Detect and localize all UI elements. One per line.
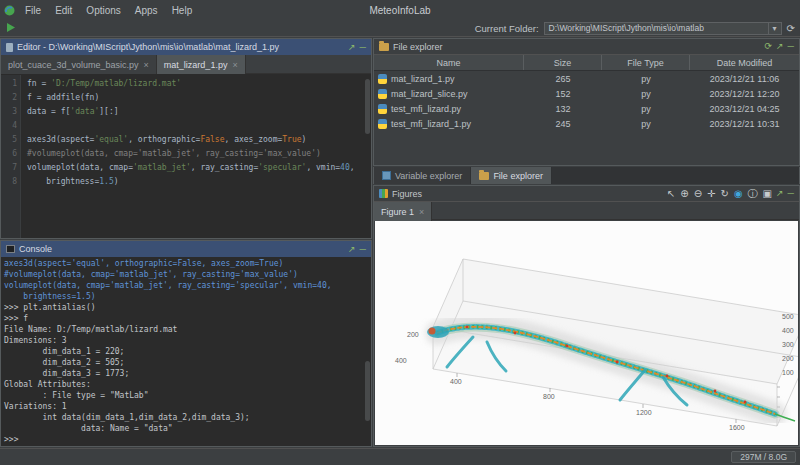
code-editor[interactable]: fn = 'D:/Temp/matlab/lizard.mat'f = addf… — [21, 75, 371, 238]
file-size-cell: 245 — [524, 118, 602, 130]
minimize-icon[interactable]: ─ — [788, 189, 794, 198]
run-script-icon[interactable] — [5, 19, 16, 37]
close-icon[interactable]: × — [144, 60, 149, 70]
current-folder-group: Current Folder: D:\Working\MIScript\Jyth… — [475, 22, 795, 35]
console-line: Global Attributes: — [4, 379, 368, 390]
zoom-out-icon[interactable]: ⊖ — [694, 188, 702, 199]
editor-tab-bar: plot_cuace_3d_volume_basic.py×mat_lizard… — [1, 55, 371, 74]
figure-tab[interactable]: Figure 1 × — [374, 202, 432, 221]
current-folder-combobox[interactable]: D:\Working\MIScript\Jython\mis\io\matlab… — [544, 22, 782, 35]
console-line: brightness=1.5) — [4, 291, 368, 302]
code-line: fn = 'D:/Temp/matlab/lizard.mat' — [27, 77, 371, 91]
file-date-cell: 2023/12/21 04:25 — [690, 103, 799, 115]
console-line: dim_data_3 = 1773; — [4, 368, 368, 379]
file-row[interactable]: test_mfi_lizard.py132py2023/12/21 04:25 — [374, 101, 799, 116]
refresh-icon[interactable]: ⟳ — [787, 23, 795, 34]
status-bar: 297M / 8.0G — [0, 448, 800, 465]
file-explorer-title: File explorer — [393, 42, 443, 52]
file-table-header: NameSizeFile TypeDate Modified — [374, 55, 799, 71]
float-icon[interactable]: ↗ — [776, 189, 784, 198]
file-size-cell: 265 — [524, 73, 602, 85]
minimize-icon[interactable]: ─ — [360, 245, 366, 254]
cursor-icon[interactable]: ↖ — [667, 188, 675, 199]
float-icon[interactable]: ↗ — [776, 42, 784, 51]
globe-icon[interactable]: ◉ — [734, 188, 743, 199]
figure-tab-label: Figure 1 — [381, 207, 414, 217]
editor-tab[interactable]: plot_cuace_3d_volume_basic.py× — [1, 55, 157, 74]
file-date-cell: 2023/12/21 12:20 — [690, 88, 799, 100]
pan-icon[interactable]: ✛ — [707, 188, 715, 199]
tab-file-explorer[interactable]: File explorer — [471, 167, 552, 184]
file-row[interactable]: mat_lizard_1.py265py2023/12/21 11:06 — [374, 71, 799, 86]
line-number: 1 — [1, 77, 17, 91]
column-header-name[interactable]: Name — [374, 55, 524, 70]
console-scrollbar[interactable] — [365, 361, 370, 421]
file-row[interactable]: test_mfi_lizard_1.py245py2023/12/21 10:3… — [374, 116, 799, 131]
file-type-cell: py — [602, 103, 690, 115]
menu-options[interactable]: Options — [79, 5, 127, 16]
zoom-in-icon[interactable]: ⊕ — [680, 188, 688, 199]
close-icon[interactable]: × — [232, 60, 237, 70]
code-line: f = addfile(fn) — [27, 91, 371, 105]
console-line: >>> — [4, 434, 368, 445]
editor-scrollbar[interactable] — [365, 79, 370, 134]
variable-explorer-icon — [382, 171, 391, 180]
console-panel-title: Console — [19, 244, 52, 254]
identify-icon[interactable]: ⓘ — [748, 188, 758, 199]
minimize-icon[interactable]: ─ — [360, 43, 366, 52]
axis-tick-label: 100 — [782, 369, 794, 376]
menu-help[interactable]: Help — [165, 5, 200, 16]
code-line: brightness=1.5) — [27, 175, 371, 189]
console-line: volumeplot(data, cmap='matlab_jet', ray_… — [4, 280, 368, 291]
console-line: Dimensions: 3 — [4, 335, 368, 346]
minimize-icon[interactable]: ─ — [788, 42, 794, 51]
float-icon[interactable]: ↗ — [348, 245, 356, 254]
line-number: 2 — [1, 91, 17, 105]
editor-tab[interactable]: mat_lizard_1.py× — [157, 55, 246, 74]
line-number: 4 — [1, 119, 17, 133]
column-header-date-modified[interactable]: Date Modified — [690, 55, 799, 70]
rotate-icon[interactable]: ↻ — [720, 188, 728, 199]
menu-apps[interactable]: Apps — [128, 5, 165, 16]
app-logo-icon — [4, 5, 15, 16]
file-type-cell: py — [602, 73, 690, 85]
console-line: dim_data_1 = 220; — [4, 346, 368, 357]
editor-panel: Editor - D:\Working\MIScript\Jython\mis\… — [0, 38, 372, 239]
editor-body: 12345678 fn = 'D:/Temp/matlab/lizard.mat… — [1, 75, 371, 238]
memory-indicator[interactable]: 297M / 8.0G — [731, 451, 796, 463]
editor-panel-title: Editor - D:\Working\MIScript\Jython\mis\… — [17, 42, 279, 52]
float-icon[interactable]: ↗ — [348, 43, 356, 52]
tab-label: mat_lizard_1.py — [164, 60, 228, 70]
column-header-file-type[interactable]: File Type — [602, 55, 690, 70]
line-number: 8 — [1, 175, 17, 189]
python-file-icon — [378, 104, 387, 114]
tab-variable-explorer[interactable]: Variable explorer — [374, 167, 471, 184]
chevron-down-icon[interactable]: ▾ — [768, 23, 781, 34]
axis-tick-label: 400 — [395, 357, 407, 364]
console-output[interactable]: axes3d(aspect='equal', orthographic=Fals… — [1, 257, 371, 446]
file-row[interactable]: mat_lizard_slice.py152py2023/12/21 12:20 — [374, 86, 799, 101]
axis-tick-label: 400 — [782, 327, 794, 334]
menu-file[interactable]: File — [18, 5, 48, 16]
refresh-icon[interactable]: ⟳ — [765, 42, 773, 51]
close-icon[interactable]: × — [419, 207, 424, 217]
figure-tab-bar: Figure 1 × — [374, 202, 799, 220]
file-explorer-icon — [479, 172, 489, 180]
python-file-icon — [378, 89, 387, 99]
menu-edit[interactable]: Edit — [48, 5, 79, 16]
console-line: axes3d(aspect='equal', orthographic=Fals… — [4, 258, 368, 269]
console-panel-header: Console ↗ ─ — [1, 241, 371, 257]
editor-gutter: 12345678 — [1, 75, 21, 238]
axis-tick-label: 400 — [450, 378, 462, 385]
file-date-cell: 2023/12/21 11:06 — [690, 73, 799, 85]
file-name-cell: test_mfi_lizard_1.py — [374, 118, 524, 130]
full-extent-icon[interactable]: ▣ — [763, 188, 772, 199]
volume-plot-3d — [375, 221, 798, 445]
axis-tick-label: 500 — [782, 313, 794, 320]
console-line: dim_data_2 = 505; — [4, 357, 368, 368]
column-header-size[interactable]: Size — [524, 55, 602, 70]
line-number: 3 — [1, 105, 17, 119]
file-size-cell: 132 — [524, 103, 602, 115]
figure-canvas[interactable]: 40080012001600500400300200100200400 — [375, 221, 798, 445]
python-file-icon — [378, 119, 387, 129]
